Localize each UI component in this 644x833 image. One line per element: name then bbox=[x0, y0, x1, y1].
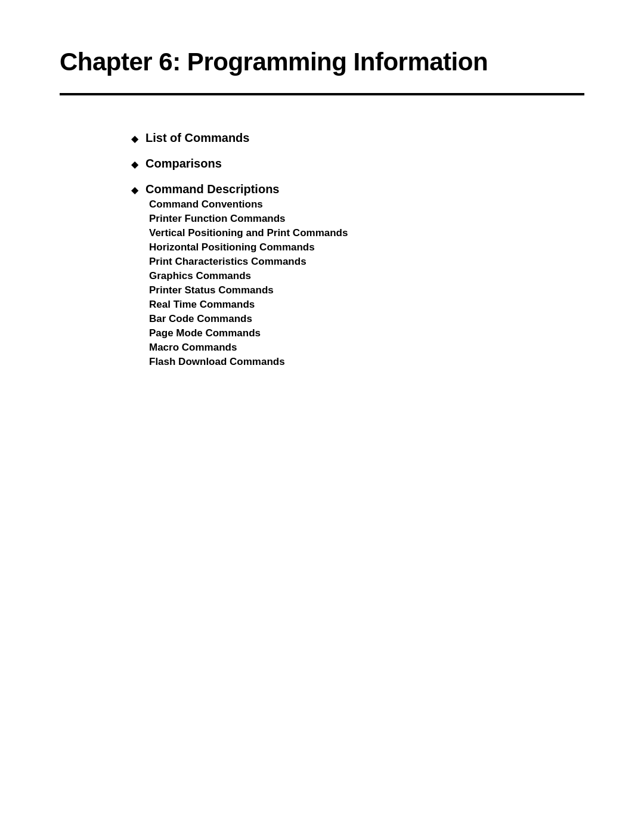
sub-label-graphics-commands: Graphics Commands bbox=[149, 270, 251, 281]
sub-list-command-descriptions: Command Conventions Printer Function Com… bbox=[149, 199, 584, 368]
sub-item-horizontal-positioning-commands: Horizontal Positioning Commands bbox=[149, 241, 584, 253]
toc-label-command-descriptions: Command Descriptions bbox=[145, 182, 279, 196]
toc-item-command-descriptions: ◆ Command Descriptions Command Conventio… bbox=[131, 182, 584, 368]
sub-item-macro-commands: Macro Commands bbox=[149, 342, 584, 354]
diamond-icon: ◆ bbox=[131, 159, 138, 170]
sub-label-page-mode-commands: Page Mode Commands bbox=[149, 327, 261, 339]
sub-label-macro-commands: Macro Commands bbox=[149, 342, 237, 353]
sub-item-graphics-commands: Graphics Commands bbox=[149, 270, 584, 282]
toc-list: ◆ List of Commands ◆ Comparisons ◆ Comma… bbox=[131, 131, 584, 368]
sub-item-real-time-commands: Real Time Commands bbox=[149, 299, 584, 311]
sub-item-printer-status-commands: Printer Status Commands bbox=[149, 284, 584, 296]
toc-label-list-of-commands: List of Commands bbox=[145, 131, 249, 145]
sub-label-vertical-positioning-print-commands: Vertical Positioning and Print Commands bbox=[149, 227, 348, 239]
sub-label-real-time-commands: Real Time Commands bbox=[149, 299, 255, 310]
sub-label-printer-function-commands: Printer Function Commands bbox=[149, 213, 286, 224]
sub-label-horizontal-positioning-commands: Horizontal Positioning Commands bbox=[149, 241, 315, 253]
sub-item-flash-download-commands: Flash Download Commands bbox=[149, 356, 584, 368]
toc-item-comparisons: ◆ Comparisons bbox=[131, 157, 584, 171]
sub-item-printer-function-commands: Printer Function Commands bbox=[149, 213, 584, 225]
sub-item-command-conventions: Command Conventions bbox=[149, 199, 584, 210]
sub-label-flash-download-commands: Flash Download Commands bbox=[149, 356, 285, 367]
toc-label-comparisons: Comparisons bbox=[145, 157, 222, 171]
chapter-divider bbox=[60, 93, 584, 95]
chapter-title: Chapter 6: Programming Information bbox=[60, 48, 584, 76]
sub-item-bar-code-commands: Bar Code Commands bbox=[149, 313, 584, 325]
diamond-icon: ◆ bbox=[131, 184, 138, 196]
sub-label-printer-status-commands: Printer Status Commands bbox=[149, 284, 274, 296]
sub-item-vertical-positioning-print-commands: Vertical Positioning and Print Commands bbox=[149, 227, 584, 239]
diamond-icon: ◆ bbox=[131, 133, 138, 144]
sub-item-print-characteristics-commands: Print Characteristics Commands bbox=[149, 256, 584, 268]
page: Chapter 6: Programming Information ◆ Lis… bbox=[0, 0, 644, 833]
sub-item-page-mode-commands: Page Mode Commands bbox=[149, 327, 584, 339]
sub-label-command-conventions: Command Conventions bbox=[149, 199, 263, 210]
toc-item-list-of-commands: ◆ List of Commands bbox=[131, 131, 584, 145]
sub-label-print-characteristics-commands: Print Characteristics Commands bbox=[149, 256, 306, 267]
sub-label-bar-code-commands: Bar Code Commands bbox=[149, 313, 252, 324]
